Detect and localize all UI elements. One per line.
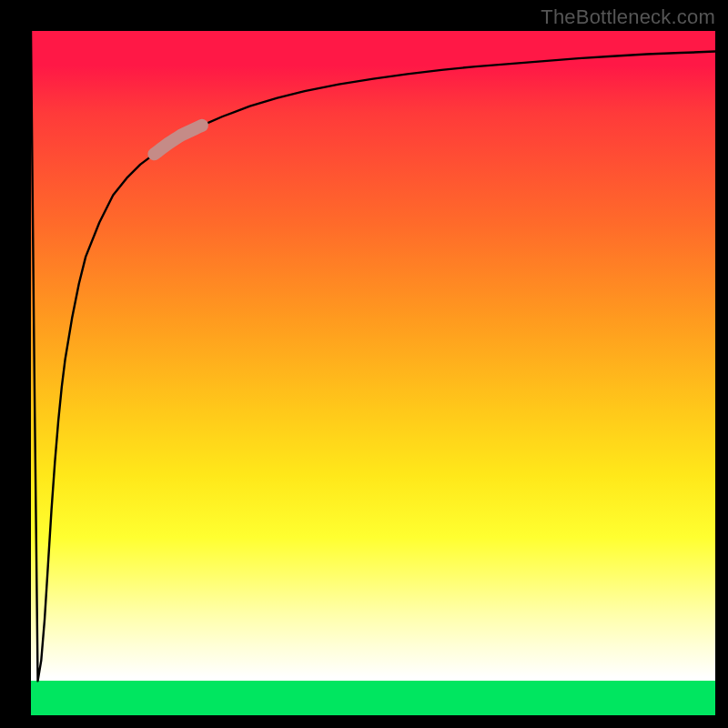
chart-frame: TheBottleneck.com	[0, 0, 728, 728]
bottleneck-curve	[31, 31, 715, 681]
curve-highlight	[154, 126, 202, 155]
plot-area	[31, 31, 715, 715]
curve-layer	[31, 31, 715, 715]
attribution-label: TheBottleneck.com	[541, 5, 715, 29]
